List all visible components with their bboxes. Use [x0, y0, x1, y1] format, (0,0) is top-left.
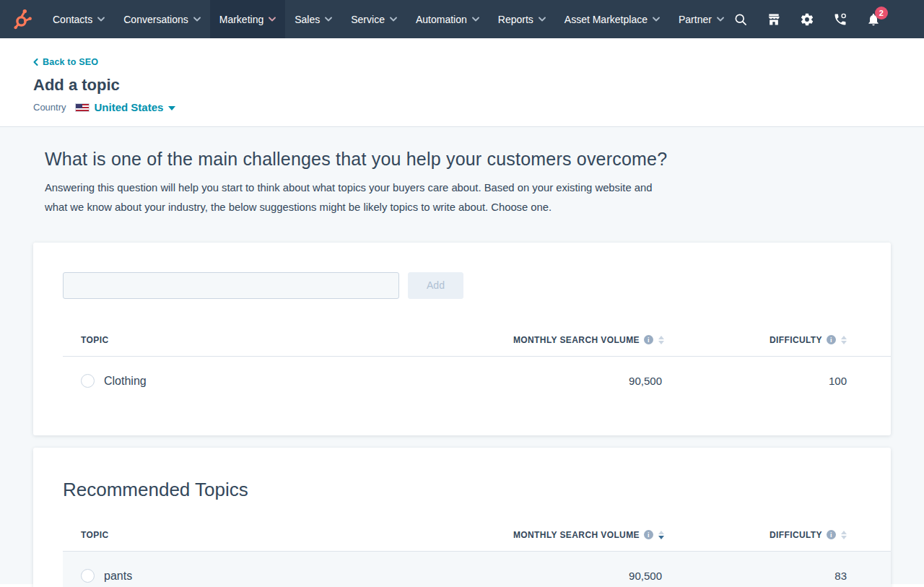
topic-name: Clothing: [104, 375, 147, 388]
add-topic-form: Add: [63, 272, 861, 299]
info-icon[interactable]: [644, 335, 653, 344]
chevron-down-icon: [390, 17, 397, 22]
column-header-label: MONTHLY SEARCH VOLUME: [513, 335, 640, 345]
info-icon[interactable]: [827, 335, 836, 344]
info-icon[interactable]: [827, 530, 836, 539]
sort-control-difficulty[interactable]: [841, 531, 847, 539]
us-flag-icon: [75, 103, 90, 112]
column-header-label: DIFFICULTY: [770, 530, 822, 540]
country-select[interactable]: United States: [75, 101, 176, 113]
nav-item-sales[interactable]: Sales: [285, 0, 341, 38]
nav-item-partner[interactable]: Partner: [669, 0, 733, 38]
nav-item-service[interactable]: Service: [341, 0, 406, 38]
monthly-search-volume-value: 90,500: [361, 570, 664, 582]
difficulty-value: 83: [664, 570, 891, 582]
dropdown-caret-icon: [168, 106, 175, 110]
nav-item-contacts[interactable]: Contacts: [43, 0, 114, 38]
column-header-difficulty: DIFFICULTY: [664, 530, 891, 540]
nav-menu: Contacts Conversations Marketing Sales S…: [43, 0, 733, 38]
back-link-label: Back to SEO: [43, 57, 98, 67]
chevron-left-icon: [33, 58, 38, 66]
add-button[interactable]: Add: [408, 272, 463, 299]
topic-radio-button[interactable]: [81, 374, 95, 388]
nav-label: Partner: [679, 14, 712, 25]
table-header-row: TOPIC MONTHLY SEARCH VOLUME DIFFICULTY: [63, 335, 891, 357]
calls-icon[interactable]: [833, 12, 848, 27]
hubspot-sprocket-icon: [12, 8, 33, 31]
top-navigation-bar: Contacts Conversations Marketing Sales S…: [0, 0, 924, 38]
nav-label: Contacts: [53, 14, 92, 25]
sort-control-monthly-search-volume[interactable]: [658, 531, 664, 539]
country-row: Country United States: [33, 101, 891, 113]
nav-label: Marketing: [219, 14, 263, 25]
chevron-down-icon: [193, 17, 201, 22]
nav-label: Service: [351, 14, 385, 25]
chevron-down-icon: [269, 17, 276, 22]
topic-radio-button[interactable]: [81, 569, 95, 583]
nav-item-automation[interactable]: Automation: [406, 0, 489, 38]
sort-control-difficulty[interactable]: [841, 336, 847, 344]
difficulty-value: 100: [664, 375, 891, 387]
question-title: What is one of the main challenges that …: [45, 149, 891, 170]
table-row: Clothing 90,500 100: [63, 357, 891, 406]
topic-name: pants: [104, 570, 132, 583]
topic-input[interactable]: [63, 272, 399, 299]
settings-icon[interactable]: [800, 12, 815, 27]
add-topic-card: Add TOPIC MONTHLY SEARCH VOLUME DIFFICUL…: [33, 243, 891, 435]
column-header-topic: TOPIC: [63, 335, 361, 345]
column-header-monthly-search-volume: MONTHLY SEARCH VOLUME: [361, 335, 664, 345]
chevron-down-icon: [97, 17, 105, 22]
column-header-difficulty: DIFFICULTY: [664, 335, 891, 345]
chevron-down-icon: [653, 17, 660, 22]
chevron-down-icon: [717, 17, 724, 22]
chevron-down-icon: [539, 17, 546, 22]
chevron-down-icon: [325, 17, 332, 22]
monthly-search-volume-value: 90,500: [361, 375, 664, 387]
column-header-label: DIFFICULTY: [770, 335, 822, 345]
column-header-monthly-search-volume: MONTHLY SEARCH VOLUME: [361, 530, 664, 540]
nav-item-reports[interactable]: Reports: [489, 0, 555, 38]
table-header-row: TOPIC MONTHLY SEARCH VOLUME DIFFICULTY: [63, 530, 891, 552]
nav-label: Asset Marketplace: [565, 14, 648, 25]
country-value: United States: [95, 101, 164, 113]
hubspot-logo[interactable]: [0, 0, 43, 38]
nav-utility-icons: 2: [733, 0, 924, 38]
notifications-bell-icon[interactable]: 2: [866, 12, 881, 27]
column-header-topic: TOPIC: [63, 530, 361, 540]
nav-label: Reports: [498, 14, 533, 25]
sort-control-monthly-search-volume[interactable]: [658, 336, 664, 344]
notification-count-badge[interactable]: 2: [875, 6, 888, 19]
info-icon[interactable]: [644, 530, 653, 539]
recommended-topics-title: Recommended Topics: [63, 479, 861, 501]
nav-label: Conversations: [123, 14, 188, 25]
nav-label: Sales: [295, 14, 320, 25]
country-label: Country: [33, 102, 66, 113]
search-icon[interactable]: [733, 12, 749, 27]
topics-table: TOPIC MONTHLY SEARCH VOLUME DIFFICULTY C…: [63, 335, 891, 406]
page-header: Back to SEO Add a topic Country United S…: [0, 38, 924, 127]
column-header-label: MONTHLY SEARCH VOLUME: [513, 530, 640, 540]
marketplace-icon[interactable]: [767, 12, 782, 27]
back-to-seo-link[interactable]: Back to SEO: [33, 57, 98, 67]
main-content: What is one of the main challenges that …: [0, 127, 924, 584]
recommended-topics-table: TOPIC MONTHLY SEARCH VOLUME DIFFICULTY p…: [63, 530, 891, 587]
nav-item-marketing[interactable]: Marketing: [210, 0, 285, 38]
table-row: pants 90,500 83: [63, 552, 891, 587]
recommended-topics-card: Recommended Topics TOPIC MONTHLY SEARCH …: [33, 448, 891, 587]
question-description: Answering this question will help you st…: [45, 178, 667, 217]
chevron-down-icon: [472, 17, 479, 22]
page-title: Add a topic: [33, 76, 891, 95]
nav-label: Automation: [416, 14, 467, 25]
nav-item-asset-marketplace[interactable]: Asset Marketplace: [555, 0, 669, 38]
nav-item-conversations[interactable]: Conversations: [114, 0, 210, 38]
